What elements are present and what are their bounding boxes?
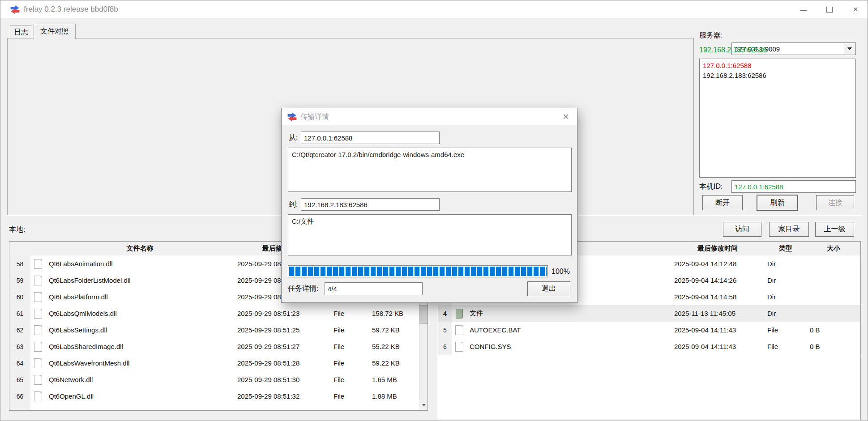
file-icon: [30, 388, 46, 405]
cell-size: 59.72 KB: [369, 322, 426, 339]
file-icon: [452, 322, 467, 339]
transfer-detail-dialog: 传输详情 ✕ 从: 127.0.0.1:62588 C:/Qt/qtcreato…: [281, 108, 577, 303]
cell-size: 158.72 KB: [369, 305, 426, 322]
file-icon: [30, 289, 46, 306]
disconnect-button[interactable]: 断开: [702, 195, 743, 210]
cell-size: 55.22 KB: [369, 338, 426, 355]
cell-name: Qt6LabsSettings.dll: [46, 322, 241, 339]
cell-type: Dir: [764, 255, 813, 272]
cell-type: Dir: [764, 289, 813, 306]
file-icon: [30, 305, 46, 322]
icon-header: [30, 242, 46, 256]
cell-mtime: 2025-11-13 11:45:05: [671, 305, 771, 322]
exit-button[interactable]: 退出: [527, 281, 570, 296]
cell-size: [807, 272, 861, 289]
to-label: 到:: [289, 198, 298, 211]
tab-log[interactable]: 日志: [10, 25, 32, 39]
cell-name: Qt6OpenGL.dll: [46, 388, 241, 405]
cell-name: 文件: [466, 305, 678, 322]
refresh-button[interactable]: 刷新: [757, 195, 798, 211]
cell-type: File: [764, 322, 813, 339]
close-button[interactable]: ✕: [842, 0, 868, 18]
cell-size: [807, 305, 861, 322]
cell-name: Qt6LabsSharedImage.dll: [46, 338, 241, 355]
close-icon: ✕: [853, 5, 859, 13]
cell-empty: [30, 404, 426, 411]
task-detail-label: 任务详情:: [288, 282, 318, 295]
up-level-button[interactable]: 上一级: [815, 222, 854, 237]
from-field[interactable]: 127.0.0.1:62588: [301, 132, 440, 144]
visit-button[interactable]: 访问: [723, 222, 761, 237]
server-label: 服务器:: [699, 29, 723, 42]
column-header-size[interactable]: 大小: [807, 242, 860, 256]
row-number: 4: [438, 305, 452, 322]
cell-mtime: 2025-09-29 08:51:23: [234, 305, 337, 322]
row-number: 58: [9, 255, 31, 272]
cell-name: Qt6LabsPlatform.dll: [46, 289, 241, 306]
cell-name: Qt6LabsAnimation.dll: [46, 255, 241, 272]
column-header-name[interactable]: 文件名称: [46, 242, 235, 256]
cell-name: Qt6LabsQmlModels.dll: [46, 305, 241, 322]
row-number: 61: [9, 305, 31, 322]
minimize-icon: —: [800, 6, 807, 13]
progress-percent-text: 100%: [552, 265, 570, 277]
row-number: 59: [9, 272, 31, 289]
cell-size: 0 B: [807, 322, 861, 339]
file-icon: [30, 322, 46, 339]
row-number: 66: [9, 388, 31, 405]
connect-button[interactable]: 连接: [816, 195, 854, 210]
file-icon: [30, 338, 46, 355]
to-field[interactable]: 192.168.2.183:62586: [301, 198, 440, 211]
scroll-down-icon[interactable]: [419, 400, 428, 410]
file-icon: [30, 355, 46, 372]
scrollbar-thumb[interactable]: [419, 305, 428, 324]
cell-mtime: 2025-09-04 14:11:43: [671, 338, 771, 355]
corner-header: [9, 242, 31, 256]
dialog-title: 传输详情: [300, 108, 329, 125]
transfer-progress-bar: [288, 265, 548, 277]
tab-file-compare[interactable]: 文件对照: [34, 24, 76, 39]
cell-mtime: 2025-09-29 08:51:30: [234, 371, 337, 388]
column-header-mtime[interactable]: 最后修改时间: [671, 242, 765, 256]
minimize-button[interactable]: —: [791, 0, 817, 18]
file-icon: [452, 338, 467, 355]
cell-size: [807, 255, 861, 272]
row-number: 62: [9, 322, 31, 339]
client-listbox[interactable]: 127.0.0.1:62588 192.168.2.183:62586: [699, 59, 856, 178]
cell-mtime: 2025-09-29 08:51:28: [234, 355, 337, 372]
app-logo-icon: [287, 112, 297, 122]
local-id-field[interactable]: 127.0.0.1:62588: [731, 180, 856, 193]
app-window: frelay 0.2.3 release bbd0f8b — ✕ 日志 文件对照…: [0, 0, 868, 421]
local-path-label: 本地:: [9, 223, 25, 236]
app-logo-icon: [10, 4, 20, 15]
cell-size: 1.88 MB: [369, 388, 426, 405]
peer-address-text: 192.168.2.183:62586: [699, 45, 767, 55]
maximize-button[interactable]: [817, 0, 842, 18]
local-id-label: 本机ID:: [699, 180, 723, 193]
task-detail-field[interactable]: 4/4: [325, 282, 423, 295]
cell-size: 1.65 MB: [369, 371, 426, 388]
source-path-textarea[interactable]: C:/Qt/qtcreator-17.0.2/bin/cmdbridge-win…: [288, 148, 572, 192]
cell-name: AUTOEXEC.BAT: [466, 322, 678, 339]
row-number: 63: [9, 338, 31, 355]
cell-type: File: [764, 338, 813, 355]
row-number: 64: [9, 355, 31, 372]
cell-type: Dir: [764, 305, 813, 322]
row-number: [9, 404, 31, 411]
cell-mtime: 2025-09-04 14:11:43: [671, 322, 771, 339]
cell-size: [807, 289, 861, 306]
dialog-title-bar: 传输详情 ✕: [282, 108, 577, 125]
chevron-down-icon: [844, 43, 855, 54]
maximize-icon: [826, 7, 833, 13]
dest-path-textarea[interactable]: C:/文件: [288, 214, 572, 255]
dialog-close-button[interactable]: ✕: [557, 108, 574, 125]
home-dir-button[interactable]: 家目录: [769, 222, 809, 237]
from-label: 从:: [289, 132, 298, 144]
cell-mtime: 2025-09-04 14:14:58: [671, 289, 771, 306]
folder-icon: [452, 305, 467, 322]
list-item[interactable]: 127.0.0.1:62588: [703, 61, 852, 71]
close-icon: ✕: [562, 112, 569, 122]
list-item[interactable]: 192.168.2.183:62586: [703, 71, 852, 81]
column-header-type[interactable]: 类型: [764, 242, 807, 256]
cell-name: Qt6LabsWavefrontMesh.dll: [46, 355, 241, 372]
